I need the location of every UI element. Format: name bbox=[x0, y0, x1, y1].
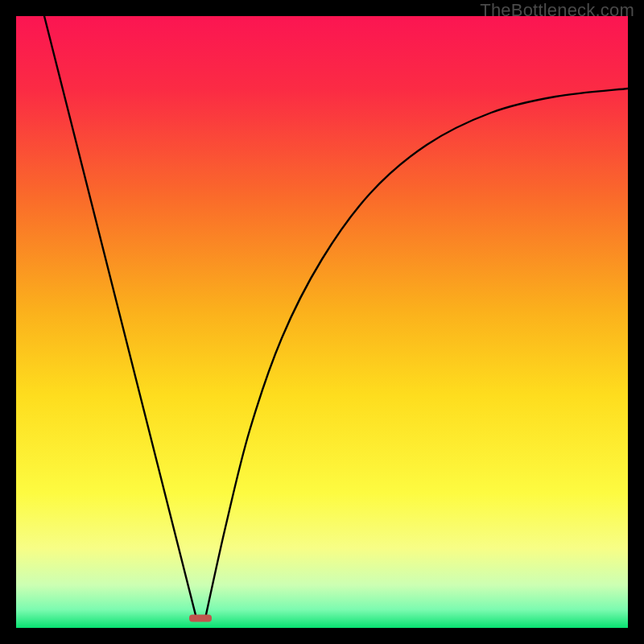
gradient-background bbox=[16, 16, 628, 628]
minimum-marker bbox=[189, 615, 212, 622]
chart-canvas bbox=[16, 16, 628, 628]
watermark-text: TheBottleneck.com bbox=[480, 0, 634, 21]
chart-frame bbox=[16, 16, 628, 628]
